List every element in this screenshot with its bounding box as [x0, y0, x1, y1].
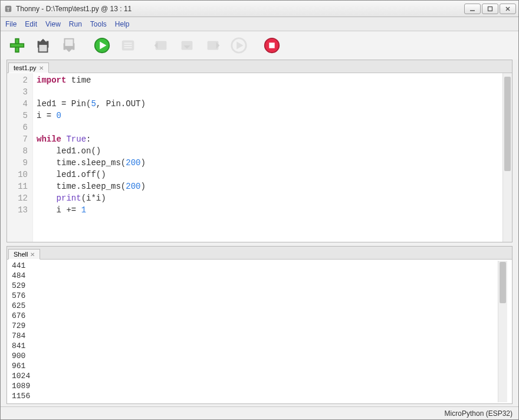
close-shell-tab-icon[interactable]: ✕: [30, 251, 35, 258]
shell-scrollbar[interactable]: [498, 261, 507, 402]
maximize-button[interactable]: [482, 4, 498, 14]
menu-run[interactable]: Run: [69, 20, 82, 28]
backend-label[interactable]: MicroPython (ESP32): [445, 409, 513, 418]
shell-tab-label: Shell: [14, 251, 28, 258]
line-gutter: 2 3 4 5 6 7 8 9 10 11 12 13: [7, 73, 33, 242]
save-file-button[interactable]: [58, 35, 80, 56]
open-file-button[interactable]: [32, 35, 54, 56]
window-title: Thonny - D:\Temp\test1.py @ 13 : 11: [16, 5, 464, 13]
editor-tab[interactable]: test1.py ✕: [8, 63, 49, 73]
svg-rect-27: [269, 42, 274, 48]
menu-bar: File Edit View Run Tools Help: [1, 17, 518, 31]
resume-button[interactable]: [228, 35, 249, 56]
svg-rect-11: [65, 39, 74, 47]
close-button[interactable]: [500, 4, 516, 14]
close-tab-icon[interactable]: ✕: [39, 65, 44, 71]
shell-tab[interactable]: Shell ✕: [8, 249, 40, 260]
step-out-button[interactable]: [202, 35, 224, 56]
svg-marker-25: [236, 41, 243, 49]
toolbar: [1, 31, 518, 60]
editor-scroll-thumb[interactable]: [504, 77, 511, 171]
title-bar: T Thonny - D:\Temp\test1.py @ 13 : 11: [1, 1, 518, 17]
menu-help[interactable]: Help: [115, 20, 130, 28]
step-into-button[interactable]: [176, 35, 198, 56]
menu-edit[interactable]: Edit: [25, 20, 37, 28]
menu-tools[interactable]: Tools: [90, 20, 107, 28]
shell-output[interactable]: 441 484 529 576 625 676 729 784 841 900 …: [7, 260, 512, 403]
svg-rect-9: [39, 44, 48, 52]
menu-view[interactable]: View: [45, 20, 61, 28]
step-over-button[interactable]: [150, 35, 172, 56]
status-bar: MicroPython (ESP32): [1, 406, 518, 419]
code-area[interactable]: import time led1 = Pin(5, Pin.OUT)i = 0 …: [33, 73, 502, 242]
editor-scrollbar[interactable]: [502, 73, 512, 242]
editor-tab-label: test1.py: [14, 64, 37, 71]
shell-text[interactable]: 441 484 529 576 625 676 729 784 841 900 …: [12, 261, 498, 402]
svg-text:T: T: [6, 6, 10, 12]
svg-rect-7: [11, 44, 24, 47]
editor-tabs: test1.py ✕: [7, 60, 512, 73]
run-button[interactable]: [91, 35, 113, 56]
minimize-button[interactable]: [464, 4, 481, 14]
svg-rect-3: [488, 6, 492, 11]
shell-panel: Shell ✕ 441 484 529 576 625 676 729 784 …: [6, 246, 513, 404]
menu-file[interactable]: File: [5, 20, 17, 28]
editor-panel: test1.py ✕ 2 3 4 5 6 7 8 9 10 11 12 13 i…: [6, 60, 513, 242]
shell-tabs: Shell ✕: [7, 247, 512, 260]
code-editor[interactable]: 2 3 4 5 6 7 8 9 10 11 12 13 import time …: [7, 73, 512, 242]
stop-button[interactable]: [261, 35, 283, 56]
debug-button[interactable]: [117, 35, 139, 56]
new-file-button[interactable]: [6, 35, 28, 56]
shell-scroll-thumb[interactable]: [500, 262, 506, 303]
app-icon: T: [4, 5, 12, 13]
